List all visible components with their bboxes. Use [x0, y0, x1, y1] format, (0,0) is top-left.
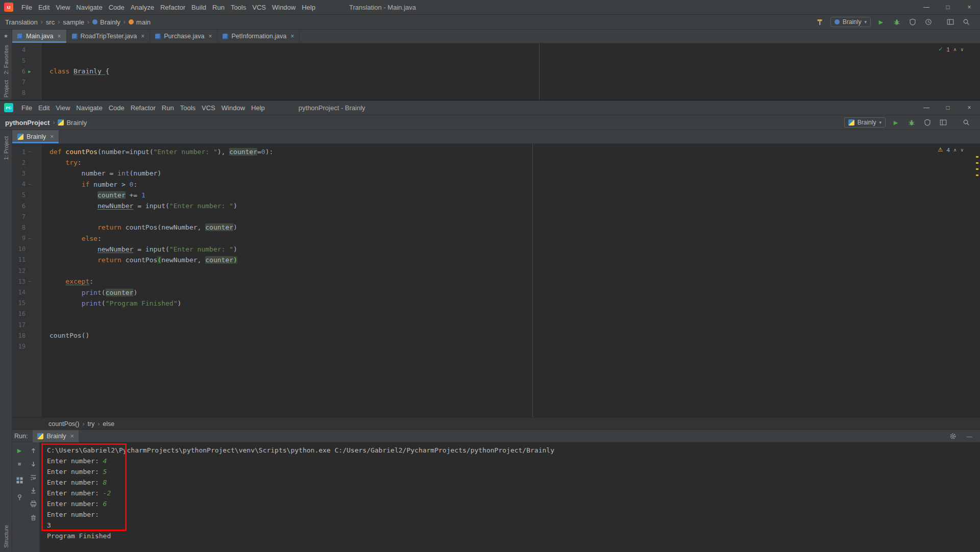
- code-text[interactable]: print(counter): [34, 289, 137, 296]
- menu-edit[interactable]: Edit: [35, 104, 53, 112]
- tab-close-icon[interactable]: ×: [141, 33, 144, 40]
- minimize-button[interactable]: —: [916, 101, 937, 115]
- java-editor[interactable]: 456▶class Brainly {78 public static void…: [12, 43, 980, 100]
- menu-run[interactable]: Run: [159, 104, 177, 112]
- menu-file[interactable]: File: [18, 4, 35, 11]
- debug-button[interactable]: [906, 117, 917, 128]
- line-number[interactable]: 4: [12, 181, 26, 188]
- breadcrumb-else[interactable]: else: [103, 420, 114, 428]
- menu-window[interactable]: Window: [218, 104, 248, 112]
- line-number[interactable]: 10: [12, 245, 26, 253]
- tab-close-icon[interactable]: ×: [50, 133, 54, 140]
- breadcrumb-brainly[interactable]: Brainly: [58, 119, 87, 127]
- menu-file[interactable]: File: [18, 104, 35, 112]
- code-text[interactable]: return countPos(newNumber, counter): [34, 256, 237, 264]
- build-hammer-icon[interactable]: [815, 17, 826, 27]
- menu-navigate[interactable]: Navigate: [73, 104, 105, 112]
- menu-tools[interactable]: Tools: [177, 104, 199, 112]
- menu-code[interactable]: Code: [106, 4, 128, 11]
- clear-console-icon[interactable]: [28, 512, 38, 522]
- inspection-widget[interactable]: ✓ 1 ∧ ∨: [938, 46, 964, 53]
- line-number[interactable]: 4: [12, 46, 26, 54]
- code-text[interactable]: number = int(number): [34, 169, 161, 177]
- run-configuration-selector[interactable]: Brainly ▾: [830, 17, 871, 27]
- menu-help[interactable]: Help: [248, 104, 268, 112]
- tab-close-icon[interactable]: ×: [58, 33, 61, 40]
- code-text[interactable]: countPos(): [34, 332, 89, 339]
- search-icon[interactable]: [961, 17, 972, 27]
- tool-window-button-project[interactable]: 1: Project: [3, 136, 9, 160]
- line-number[interactable]: 3: [12, 170, 26, 177]
- python-editor[interactable]: 1−def countPos(number=input("Enter numbe…: [12, 144, 980, 417]
- line-number[interactable]: 5: [12, 57, 26, 64]
- line-number[interactable]: 13: [12, 278, 26, 285]
- profiler-button[interactable]: [923, 17, 934, 27]
- code-text[interactable]: print("Program Finished"): [34, 299, 181, 307]
- fold-icon[interactable]: −: [26, 236, 34, 241]
- editor-tab-purchase.java[interactable]: Purchase.java×: [150, 30, 217, 43]
- print-icon[interactable]: [28, 498, 38, 509]
- run-console[interactable]: ▶ ■ C:\Users\Gabriel2\PycharmProjects\py…: [12, 442, 980, 552]
- code-text[interactable]: counter += 1: [34, 191, 145, 199]
- close-button[interactable]: ×: [959, 0, 980, 14]
- minimize-button[interactable]: —: [916, 0, 937, 14]
- fold-icon[interactable]: −: [26, 279, 34, 284]
- rerun-button[interactable]: ▶: [14, 445, 24, 456]
- breadcrumb-main[interactable]: main: [129, 18, 151, 26]
- code-text[interactable]: else:: [34, 235, 102, 242]
- code-text[interactable]: class Brainly {: [34, 67, 109, 75]
- editor-tab-main.java[interactable]: Main.java×: [12, 30, 67, 43]
- menu-help[interactable]: Help: [299, 4, 318, 11]
- menu-tools[interactable]: Tools: [228, 4, 249, 11]
- line-number[interactable]: 7: [12, 213, 26, 220]
- breadcrumb-try[interactable]: try: [87, 420, 94, 428]
- soft-wrap-icon[interactable]: [28, 472, 38, 482]
- down-stack-trace-icon[interactable]: [28, 459, 38, 469]
- menu-view[interactable]: View: [53, 4, 73, 11]
- code-text[interactable]: newNumber = input("Enter number: "): [34, 202, 237, 210]
- run-tab-brainly[interactable]: Brainly ×: [33, 430, 78, 442]
- menu-run[interactable]: Run: [209, 4, 228, 11]
- prev-problem-icon[interactable]: ∧: [953, 47, 957, 52]
- stop-button[interactable]: ■: [14, 459, 24, 469]
- menu-window[interactable]: Window: [269, 4, 299, 11]
- run-line-icon[interactable]: ▶: [26, 69, 34, 74]
- line-number[interactable]: 17: [12, 321, 26, 329]
- line-number[interactable]: 5: [12, 191, 26, 198]
- next-problem-icon[interactable]: ∨: [960, 47, 964, 52]
- line-number[interactable]: 6: [12, 68, 26, 75]
- maximize-button[interactable]: □: [937, 0, 959, 14]
- line-number[interactable]: 18: [12, 332, 26, 339]
- coverage-button[interactable]: [907, 17, 918, 27]
- tab-close-icon[interactable]: ×: [208, 33, 212, 40]
- debug-button[interactable]: [891, 17, 902, 27]
- window-layout-icon[interactable]: [945, 17, 956, 27]
- menu-edit[interactable]: Edit: [35, 4, 53, 11]
- line-number[interactable]: 16: [12, 310, 26, 317]
- breadcrumb-src[interactable]: src: [46, 18, 55, 26]
- editor-tab-brainly[interactable]: Brainly×: [12, 130, 59, 143]
- menu-build[interactable]: Build: [188, 4, 209, 11]
- code-text[interactable]: return countPos(newNumber, counter): [34, 223, 237, 231]
- search-icon[interactable]: [961, 117, 972, 128]
- line-number[interactable]: 9: [12, 235, 26, 242]
- pin-tab-icon[interactable]: [14, 492, 24, 502]
- breadcrumb-brainly[interactable]: Brainly: [92, 18, 120, 26]
- line-number[interactable]: 1: [12, 148, 26, 156]
- code-text[interactable]: if number > 0:: [34, 181, 137, 188]
- breadcrumb-translation[interactable]: Translation: [5, 18, 38, 26]
- tool-window-button-project[interactable]: Project: [3, 80, 9, 97]
- line-number[interactable]: 11: [12, 256, 26, 263]
- settings-gear-icon[interactable]: [947, 431, 959, 441]
- run-button[interactable]: ▶: [890, 117, 901, 128]
- tool-window-button-structure[interactable]: Structure: [3, 525, 9, 548]
- breadcrumb-pythonproject[interactable]: pythonProject: [5, 119, 50, 127]
- code-text[interactable]: except:: [34, 278, 93, 285]
- editor-tab-petinformation.java[interactable]: PetInformation.java×: [217, 30, 300, 43]
- editor-tab-roadtriptester.java[interactable]: RoadTripTester.java×: [67, 30, 151, 43]
- line-number[interactable]: 8: [12, 224, 26, 231]
- menu-vcs[interactable]: VCS: [249, 4, 269, 11]
- menu-analyze[interactable]: Analyze: [128, 4, 157, 11]
- line-number[interactable]: 6: [12, 203, 26, 210]
- up-stack-trace-icon[interactable]: [28, 445, 38, 456]
